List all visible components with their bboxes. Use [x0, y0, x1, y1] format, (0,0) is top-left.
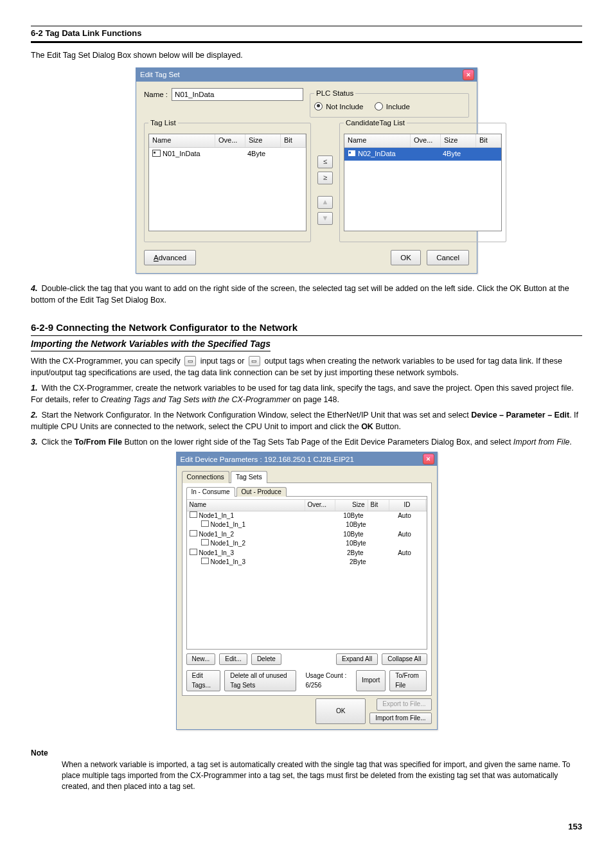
- delete-unused-button[interactable]: Delete all of unused Tag Sets: [224, 670, 296, 691]
- list-item[interactable]: N02_InData 4Byte: [344, 148, 501, 161]
- tag-icon: [348, 150, 356, 157]
- note-block: Note When a network variable is imported…: [31, 748, 582, 793]
- new-button[interactable]: New...: [186, 653, 216, 666]
- note-text: When a network variable is imported, a t…: [62, 759, 582, 793]
- usage-count: Usage Count : 6/256: [305, 671, 348, 690]
- page-header: 6-2 Tag Data Link Functions: [31, 26, 582, 43]
- col-size: Size: [245, 134, 281, 147]
- out-icon: ▭: [249, 356, 260, 366]
- para-3: 2.Start the Network Configurator. In the…: [31, 409, 582, 432]
- candidate-list-group: CandidateTag List Name Ove... Size Bit N…: [339, 118, 506, 242]
- col-name: Name: [344, 134, 411, 147]
- tagset-icon: [190, 530, 197, 536]
- page-number: 153: [31, 821, 582, 833]
- col-bit: Bit: [281, 134, 306, 147]
- not-include-label: Not Include: [326, 103, 363, 111]
- edit-device-parameters-dialog: Edit Device Parameters : 192.168.250.1 C…: [176, 452, 438, 730]
- expand-all-button[interactable]: Expand All: [336, 653, 378, 666]
- export-to-file-button[interactable]: Export to File...: [377, 698, 431, 711]
- para-1: With the CX-Programmer, you can specify …: [31, 355, 582, 378]
- not-include-radio[interactable]: [314, 102, 323, 111]
- tab-connections[interactable]: Connections: [182, 471, 229, 483]
- move-right-button[interactable]: ≥: [317, 172, 333, 184]
- col-id: ID: [389, 500, 426, 511]
- tag-list-group: Tag List Name Ove... Size Bit N01_InData: [144, 118, 311, 242]
- step-3: 3.Click the To/From File Button on the l…: [31, 436, 582, 448]
- edit-button[interactable]: Edit...: [219, 653, 247, 666]
- col-over: Over...: [305, 500, 335, 511]
- col-bit: Bit: [368, 500, 389, 511]
- name-input[interactable]: [172, 88, 303, 101]
- tagset-icon: [190, 549, 197, 555]
- name-label: Name :: [144, 89, 168, 100]
- tag-icon: [201, 558, 209, 564]
- move-left-button[interactable]: ≤: [317, 155, 333, 168]
- collapse-all-button[interactable]: Collapse All: [382, 653, 427, 666]
- plc-status-legend: PLC Status: [314, 88, 355, 99]
- advanced-button[interactable]: Advanced: [144, 250, 196, 265]
- col-size: Size: [441, 134, 476, 147]
- tag-icon: [201, 520, 209, 527]
- import-from-file-button[interactable]: Import from File...: [369, 713, 431, 725]
- caption-1: The Edit Tag Set Dialog Box shown below …: [31, 49, 582, 61]
- include-radio[interactable]: [375, 102, 383, 111]
- edit-tags-button[interactable]: Edit Tags...: [186, 670, 221, 691]
- section-title: 6-2-9 Connecting the Network Configurato…: [31, 321, 582, 337]
- tag-icon: [201, 539, 209, 545]
- sub-section-title: Importing the Network Variables with the…: [31, 337, 271, 351]
- dialog-titlebar: Edit Tag Set ×: [136, 68, 477, 82]
- in-icon: ▭: [184, 356, 196, 366]
- close-icon[interactable]: ×: [463, 69, 474, 80]
- dialog-titlebar: Edit Device Parameters : 192.168.250.1 C…: [177, 452, 437, 466]
- table-row[interactable]: Node1_In_32ByteAuto: [187, 549, 427, 558]
- subtab-in[interactable]: In - Consume: [186, 487, 235, 497]
- table-row[interactable]: Node1_In_210ByteAuto: [187, 530, 427, 540]
- tag-list[interactable]: Name Ove... Size Bit N01_InData 4Byte: [148, 134, 306, 231]
- col-name: Name: [187, 500, 305, 511]
- step-4: 4.Double-click the tag that you want to …: [31, 283, 582, 306]
- move-up-button[interactable]: ▲: [317, 196, 333, 209]
- list-item[interactable]: N01_InData 4Byte: [149, 148, 306, 161]
- candidate-tag-list[interactable]: Name Ove... Size Bit N02_InData 4Byte: [344, 134, 502, 231]
- subtab-out[interactable]: Out - Produce: [236, 487, 287, 497]
- include-label: Include: [386, 103, 410, 111]
- col-ove: Ove...: [411, 134, 441, 147]
- candidate-list-legend: CandidateTag List: [344, 118, 407, 128]
- tagset-grid[interactable]: Name Over... Size Bit ID Node1_In_110Byt…: [187, 499, 427, 646]
- ok-button[interactable]: OK: [391, 250, 421, 265]
- tagset-icon: [190, 511, 197, 518]
- table-row[interactable]: Node1_In_210Byte: [187, 539, 427, 549]
- col-name: Name: [149, 134, 215, 147]
- table-row[interactable]: Node1_In_32Byte: [187, 558, 427, 567]
- ok-button[interactable]: OK: [315, 698, 366, 724]
- note-label: Note: [31, 748, 48, 757]
- table-row[interactable]: Node1_In_110ByteAuto: [187, 511, 427, 521]
- para-2: 1.With the CX-Programmer, create the net…: [31, 382, 582, 405]
- tag-list-legend: Tag List: [148, 118, 178, 128]
- tag-icon: [152, 150, 161, 157]
- delete-button[interactable]: Delete: [251, 653, 281, 666]
- dialog-title: Edit Tag Set: [140, 69, 180, 80]
- to-from-file-button[interactable]: To/From File: [389, 670, 427, 691]
- edit-tag-set-dialog: Edit Tag Set × Name : PLC Status Not I: [136, 67, 477, 274]
- step-num: 4.: [31, 284, 37, 293]
- dialog-title: Edit Device Parameters : 192.168.250.1 C…: [181, 454, 354, 465]
- table-row[interactable]: Node1_In_110Byte: [187, 520, 427, 530]
- col-bit: Bit: [476, 134, 501, 147]
- plc-status-group: PLC Status Not Include Include: [310, 88, 469, 118]
- move-down-button[interactable]: ▼: [317, 212, 333, 225]
- tab-tagsets[interactable]: Tag Sets: [231, 471, 267, 483]
- import-button[interactable]: Import: [356, 670, 386, 691]
- col-size: Size: [335, 500, 368, 511]
- cancel-button[interactable]: Cancel: [427, 250, 469, 265]
- close-icon[interactable]: ×: [423, 454, 434, 465]
- col-ove: Ove...: [215, 134, 245, 147]
